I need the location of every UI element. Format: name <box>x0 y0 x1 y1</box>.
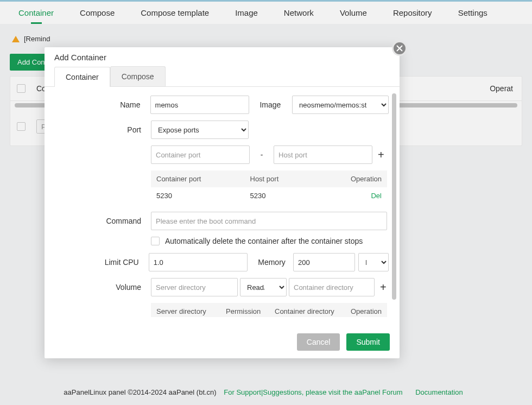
modal-footer: Cancel Submit <box>45 326 400 358</box>
vol-col-server: Server directory <box>156 307 226 315</box>
cancel-button[interactable]: Cancel <box>297 333 340 351</box>
label-memory: Memory <box>258 258 293 267</box>
memory-unit-select[interactable]: MB <box>358 253 389 271</box>
label-cpu: Limit CPU <box>45 258 149 267</box>
label-image: Image <box>259 100 292 109</box>
container-dir-input[interactable] <box>289 278 375 296</box>
modal-tab-compose[interactable]: Compose <box>110 66 166 86</box>
port-mode-select[interactable]: Expose ports <box>151 121 249 139</box>
add-volume-button[interactable]: + <box>380 282 387 293</box>
add-port-button[interactable]: + <box>378 149 384 160</box>
volume-mode-select[interactable]: Read/Write <box>240 278 287 296</box>
modal-tabs: Container Compose <box>45 66 400 87</box>
volume-table: Server directory Permission Container di… <box>151 303 387 317</box>
auto-delete-checkbox[interactable] <box>151 237 160 245</box>
memory-input[interactable] <box>293 253 355 271</box>
server-dir-input[interactable] <box>151 278 238 296</box>
form-scroll-area: Name Image neosmemo/memos:stal Port Expo… <box>45 87 400 317</box>
name-input[interactable] <box>150 96 249 114</box>
container-port-input[interactable] <box>151 145 250 164</box>
host-port-input[interactable] <box>274 145 372 164</box>
label-name: Name <box>45 100 150 109</box>
image-select[interactable]: neosmemo/memos:stal <box>292 96 389 114</box>
port-row-delete[interactable]: Del <box>344 192 382 200</box>
add-container-modal: Add Container Container Compose Name Ima… <box>45 47 400 358</box>
label-port: Port <box>45 125 151 134</box>
close-icon <box>396 45 403 52</box>
port-row-container: 5230 <box>156 192 250 200</box>
label-command: Command <box>45 217 151 225</box>
modal-scrollbar[interactable] <box>392 93 396 300</box>
modal-title: Add Container <box>45 47 400 66</box>
submit-button[interactable]: Submit <box>346 333 390 351</box>
command-input[interactable] <box>151 212 387 230</box>
port-row-host: 5230 <box>250 192 344 200</box>
vol-col-perm: Permission <box>226 307 275 315</box>
port-col-host: Host port <box>250 175 344 183</box>
port-col-container: Container port <box>156 175 250 183</box>
vol-col-op: Operation <box>344 307 382 315</box>
port-table: Container port Host port Operation 5230 … <box>151 170 387 204</box>
port-col-op: Operation <box>344 175 382 183</box>
vol-col-container: Container directory <box>275 307 344 315</box>
close-button[interactable] <box>392 41 407 56</box>
modal-tab-container[interactable]: Container <box>54 67 110 87</box>
port-row: 5230 5230 Del <box>151 187 387 204</box>
label-volume: Volume <box>45 283 151 292</box>
cpu-input[interactable] <box>149 253 248 271</box>
auto-delete-label: Automatically delete the container after… <box>165 237 363 245</box>
